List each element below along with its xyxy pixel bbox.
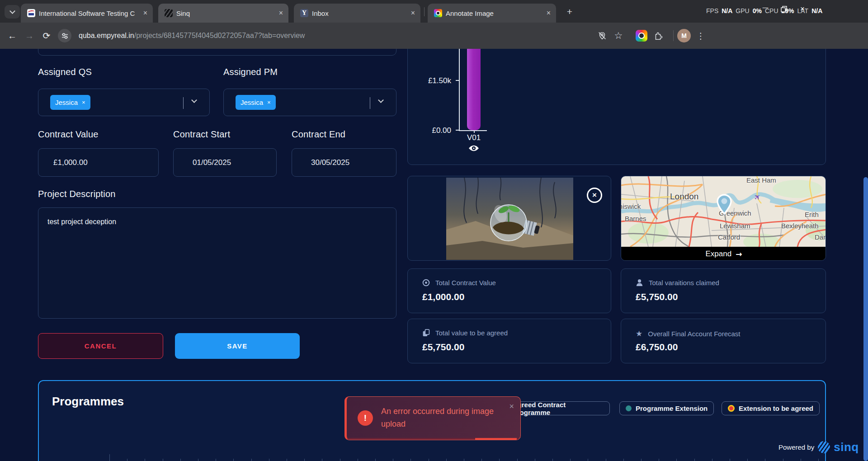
restore-button[interactable] xyxy=(781,6,787,14)
forward-button[interactable]: → xyxy=(22,23,37,49)
address-bar[interactable]: quba.empyreal.in/projects/68145775f4045d… xyxy=(79,23,305,49)
select-separator xyxy=(183,97,184,109)
select-separator xyxy=(370,97,370,109)
location-blocked-icon[interactable] xyxy=(597,30,608,41)
map-label-lewisham: Lewisham xyxy=(720,222,750,230)
legend-dot xyxy=(728,405,735,412)
url-path: /projects/68145775f4045d0272057aa7?tab=o… xyxy=(134,32,305,39)
remove-image-button[interactable]: × xyxy=(587,188,602,203)
y-tick-0: £0.00 xyxy=(410,126,451,135)
assigned-pm-select[interactable]: Jessica× xyxy=(223,89,396,116)
chip-remove-icon[interactable]: × xyxy=(267,99,271,106)
chart-y-axis xyxy=(459,49,460,130)
tab-title: Sinq xyxy=(176,9,275,17)
copy-icon xyxy=(422,329,430,337)
stat-value: £5,750.00 xyxy=(422,342,464,353)
map-label-dartford: Dartford xyxy=(815,233,826,241)
url-host: quba.empyreal.in xyxy=(79,32,134,39)
browser-tab-strip: International Software Testing C × Sinq … xyxy=(0,0,868,23)
toast-close-icon[interactable]: × xyxy=(509,402,514,410)
total-value-to-be-agreed-card: Total value to be agreed £5,750.00 xyxy=(407,319,611,363)
legend-dot xyxy=(626,405,632,411)
annotate-favicon xyxy=(434,9,442,17)
save-button[interactable]: SAVE xyxy=(175,333,300,359)
stat-value: £6,750.00 xyxy=(636,342,678,353)
reload-button[interactable]: ⟳ xyxy=(39,23,54,49)
map-label-bexleyheath: Bexleyheath xyxy=(781,222,819,230)
contract-start-label: Contract Start xyxy=(173,129,230,140)
stat-label: Total varaitions claimed xyxy=(649,279,719,287)
chip-jessica[interactable]: Jessica× xyxy=(236,95,276,110)
stat-value: £5,750.00 xyxy=(636,292,678,302)
location-map-card: London East Ham Chiswick Barnes Greenwic… xyxy=(621,176,826,261)
error-toast: ! An error occurred during image upload … xyxy=(344,396,521,440)
toast-timer-fill xyxy=(475,438,517,440)
restore-icon xyxy=(781,6,787,12)
eye-icon[interactable] xyxy=(468,145,479,152)
close-window-button[interactable]: × xyxy=(800,5,805,14)
assigned-qs-select[interactable]: Jessica× xyxy=(38,89,210,116)
map-pin-icon xyxy=(716,194,732,216)
browser-toolbar: ← → ⟳ quba.empyreal.in/projects/68145775… xyxy=(0,23,868,49)
tab-search-button[interactable] xyxy=(5,5,20,19)
chevron-down-icon xyxy=(9,8,15,14)
chevron-down-icon[interactable] xyxy=(378,97,384,103)
assigned-pm-label: Assigned PM xyxy=(223,67,278,77)
chart-x-axis xyxy=(459,130,487,131)
back-button[interactable]: ← xyxy=(5,23,20,49)
project-photo xyxy=(446,178,573,260)
tab-close-icon[interactable]: × xyxy=(411,9,415,17)
stat-value: £1,000.00 xyxy=(422,292,464,302)
chip-remove-icon[interactable]: × xyxy=(82,99,85,106)
target-icon xyxy=(422,279,430,287)
tab-inbox[interactable]: Y Inbox × xyxy=(294,4,420,23)
tab-annotate-image[interactable]: Annotate Image × xyxy=(428,4,556,23)
yahoo-favicon: Y xyxy=(300,9,308,17)
assigned-qs-label: Assigned QS xyxy=(38,67,92,77)
stat-label: Total Contract Value xyxy=(435,279,496,287)
chip-jessica[interactable]: Jessica× xyxy=(50,95,90,110)
minimize-button[interactable]: — xyxy=(762,4,769,11)
project-description-field[interactable]: test project deception xyxy=(38,207,396,319)
contract-end-field[interactable]: 30/05/2025 xyxy=(292,148,396,177)
tab-istqb[interactable]: International Software Testing C × xyxy=(21,4,153,23)
sinq-logo-icon xyxy=(818,441,830,453)
powered-by-brand: Powered by sinq xyxy=(778,440,859,454)
tab-close-icon[interactable]: × xyxy=(143,9,147,17)
tab-close-icon[interactable]: × xyxy=(547,9,551,17)
legend-extension-to-be-agreed[interactable]: Extension to be agreed xyxy=(722,401,820,415)
contract-value-field[interactable]: £1,000.00 xyxy=(38,148,159,177)
toast-timer-track xyxy=(347,438,520,440)
stat-label: Overall Final Account Forecast xyxy=(648,330,740,338)
map-label-east-ham: East Ham xyxy=(746,176,776,184)
profile-avatar[interactable]: M xyxy=(677,29,691,42)
map-image: London East Ham Chiswick Barnes Greenwic… xyxy=(621,176,826,247)
annotate-extension-icon[interactable] xyxy=(636,30,647,42)
site-info-button[interactable] xyxy=(58,29,71,42)
cancel-button[interactable]: CANCEL xyxy=(38,333,163,359)
tab-divider xyxy=(424,7,425,16)
toast-message: An error occurred during image upload xyxy=(381,405,501,430)
tab-close-icon[interactable]: × xyxy=(279,9,283,17)
contract-start-field[interactable]: 01/05/2025 xyxy=(173,148,277,177)
map-label-erith: Erith xyxy=(805,211,819,218)
extensions-puzzle-icon[interactable] xyxy=(653,30,664,41)
bookmark-star-icon[interactable]: ☆ xyxy=(613,30,624,41)
map-label-london: London xyxy=(670,192,698,202)
tab-title: Inbox xyxy=(312,9,407,17)
contract-value-label: Contract Value xyxy=(38,129,99,140)
page-scrollbar[interactable] xyxy=(863,177,868,461)
total-contract-value-card: Total Contract Value £1,000.00 xyxy=(407,268,611,313)
new-tab-button[interactable]: + xyxy=(563,6,576,19)
expand-map-button[interactable]: Expand → xyxy=(621,247,826,261)
legend-programme-extension[interactable]: Programme Extension xyxy=(619,401,714,415)
person-icon xyxy=(636,279,643,287)
istqb-favicon xyxy=(27,9,35,17)
tab-sinq[interactable]: Sinq × xyxy=(158,4,288,23)
chart-bar-v01 xyxy=(467,49,481,130)
stat-label: Total value to be agreed xyxy=(435,329,508,337)
browser-menu-kebab-icon[interactable]: ⋮ xyxy=(695,30,706,41)
page-content: Assigned QS Jessica× Assigned PM Jessica… xyxy=(0,49,868,461)
chevron-down-icon[interactable] xyxy=(191,97,197,103)
y-tick-1500: £1.50k xyxy=(410,76,451,85)
